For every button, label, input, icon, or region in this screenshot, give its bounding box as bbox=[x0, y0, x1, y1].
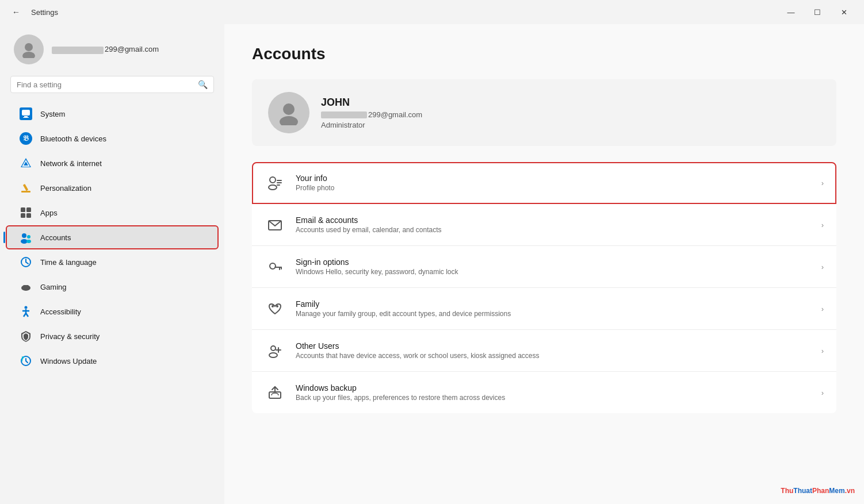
maximize-button[interactable]: ☐ bbox=[804, 3, 831, 21]
chevron-icon-your-info: › bbox=[821, 179, 824, 187]
other-users-text: Other Users Accounts that have device ac… bbox=[296, 341, 811, 360]
key-icon bbox=[265, 256, 285, 277]
back-button[interactable]: ← bbox=[7, 3, 25, 21]
svg-point-24 bbox=[26, 285, 29, 287]
other-users-title: Other Users bbox=[296, 341, 811, 351]
email-accounts-text: Email & accounts Accounts used by email,… bbox=[296, 216, 811, 234]
email-blur bbox=[52, 47, 104, 54]
svg-point-23 bbox=[23, 285, 25, 287]
svg-rect-2 bbox=[22, 110, 30, 116]
backup-title: Windows backup bbox=[296, 383, 811, 393]
chevron-icon-family: › bbox=[821, 305, 824, 313]
svg-point-14 bbox=[22, 233, 26, 238]
sidebar-item-apps[interactable]: Apps bbox=[6, 201, 219, 225]
update-icon bbox=[20, 355, 32, 367]
sign-in-desc: Windows Hello, security key, password, d… bbox=[296, 268, 811, 276]
family-desc: Manage your family group, edit account t… bbox=[296, 310, 811, 318]
user-card: JOHN 299@gmail.com Administrator bbox=[252, 79, 836, 146]
watermark: ThuThuatPhanMem.vn bbox=[781, 487, 855, 495]
settings-item-family[interactable]: Family Manage your family group, edit ac… bbox=[252, 288, 836, 330]
user-info: 299@gmail.com bbox=[52, 45, 159, 53]
sidebar-item-update[interactable]: Windows Update bbox=[6, 349, 219, 373]
email-accounts-title: Email & accounts bbox=[296, 216, 811, 225]
svg-line-29 bbox=[26, 313, 28, 317]
sidebar-label-network: Network & internet bbox=[40, 159, 102, 168]
chevron-icon-email: › bbox=[821, 221, 824, 229]
your-info-text: Your info Profile photo bbox=[296, 174, 811, 192]
settings-item-sign-in[interactable]: Sign-in options Windows Hello, security … bbox=[252, 246, 836, 288]
svg-point-32 bbox=[283, 103, 295, 115]
avatar bbox=[14, 34, 44, 64]
user-profile[interactable]: 299@gmail.com bbox=[0, 24, 224, 74]
page-title: Accounts bbox=[252, 45, 836, 63]
time-icon bbox=[20, 256, 32, 268]
svg-point-33 bbox=[280, 116, 298, 125]
close-button[interactable]: ✕ bbox=[831, 3, 857, 21]
sidebar-item-personalization[interactable]: Personalization bbox=[6, 176, 219, 200]
sidebar-nav: System 𝔅 Bluetooth & devices Netwo bbox=[0, 101, 224, 374]
other-users-desc: Accounts that have device access, work o… bbox=[296, 352, 811, 360]
sidebar-label-update: Windows Update bbox=[40, 357, 97, 366]
svg-rect-4 bbox=[23, 117, 29, 118]
sidebar-label-bluetooth: Bluetooth & devices bbox=[40, 134, 106, 143]
settings-item-backup[interactable]: Windows backup Back up your files, apps,… bbox=[252, 372, 836, 413]
sidebar-item-network[interactable]: Network & internet bbox=[6, 151, 219, 175]
person-lines-icon bbox=[265, 172, 285, 193]
user-avatar-icon bbox=[20, 41, 37, 58]
email-blur-card bbox=[321, 111, 367, 118]
privacy-icon bbox=[20, 330, 32, 343]
sidebar-item-privacy[interactable]: Privacy & security bbox=[6, 324, 219, 348]
sidebar-label-personalization: Personalization bbox=[40, 184, 91, 193]
accessibility-icon bbox=[20, 305, 32, 318]
svg-rect-10 bbox=[21, 207, 25, 212]
user-card-avatar-icon bbox=[276, 100, 301, 125]
svg-point-0 bbox=[25, 43, 33, 51]
sidebar-label-privacy: Privacy & security bbox=[40, 332, 100, 341]
settings-list: Your info Profile photo › Email & accoun… bbox=[252, 162, 836, 413]
search-icon: 🔍 bbox=[198, 80, 208, 89]
personalization-icon bbox=[20, 182, 32, 194]
sidebar-label-accessibility: Accessibility bbox=[40, 307, 81, 316]
gaming-icon bbox=[20, 280, 32, 293]
family-text: Family Manage your family group, edit ac… bbox=[296, 299, 811, 318]
sidebar-item-system[interactable]: System bbox=[6, 102, 219, 126]
user-email: 299@gmail.com bbox=[52, 45, 159, 53]
svg-point-46 bbox=[271, 346, 276, 351]
sidebar: 299@gmail.com 🔍 Sys bbox=[0, 24, 224, 504]
svg-point-44 bbox=[272, 305, 274, 307]
backup-desc: Back up your files, apps, preferences to… bbox=[296, 394, 811, 402]
settings-item-email[interactable]: Email & accounts Accounts used by email,… bbox=[252, 204, 836, 246]
user-card-info: JOHN 299@gmail.com Administrator bbox=[321, 97, 422, 129]
sidebar-item-time[interactable]: Time & language bbox=[6, 250, 219, 274]
envelope-icon bbox=[265, 214, 285, 235]
apps-icon bbox=[20, 206, 32, 219]
minimize-button[interactable]: — bbox=[778, 3, 804, 21]
search-box: 🔍 bbox=[10, 76, 214, 93]
search-input[interactable] bbox=[17, 80, 198, 89]
settings-item-your-info[interactable]: Your info Profile photo › bbox=[252, 162, 836, 204]
sign-in-title: Sign-in options bbox=[296, 257, 811, 267]
settings-item-other-users[interactable]: Other Users Accounts that have device ac… bbox=[252, 330, 836, 372]
svg-rect-11 bbox=[26, 207, 31, 212]
network-icon bbox=[20, 157, 32, 170]
svg-rect-13 bbox=[26, 213, 31, 218]
svg-rect-9 bbox=[23, 184, 28, 191]
sidebar-item-accounts[interactable]: Accounts bbox=[6, 225, 219, 249]
svg-point-25 bbox=[25, 306, 28, 309]
svg-point-47 bbox=[269, 353, 277, 357]
sidebar-item-accessibility[interactable]: Accessibility bbox=[6, 299, 219, 324]
backup-icon bbox=[265, 382, 285, 403]
user-card-avatar bbox=[268, 92, 309, 133]
sidebar-item-bluetooth[interactable]: 𝔅 Bluetooth & devices bbox=[6, 126, 219, 151]
titlebar-left: ← Settings bbox=[7, 3, 58, 21]
svg-point-34 bbox=[270, 177, 276, 183]
svg-point-45 bbox=[276, 305, 278, 307]
user-card-name: JOHN bbox=[321, 97, 422, 109]
app-body: 299@gmail.com 🔍 Sys bbox=[0, 24, 864, 504]
sidebar-label-accounts: Accounts bbox=[40, 233, 71, 242]
sidebar-item-gaming[interactable]: Gaming bbox=[6, 275, 219, 299]
your-info-title: Your info bbox=[296, 174, 811, 183]
accounts-icon bbox=[20, 231, 32, 244]
search-container: 🔍 bbox=[0, 74, 224, 101]
svg-rect-12 bbox=[21, 213, 25, 218]
